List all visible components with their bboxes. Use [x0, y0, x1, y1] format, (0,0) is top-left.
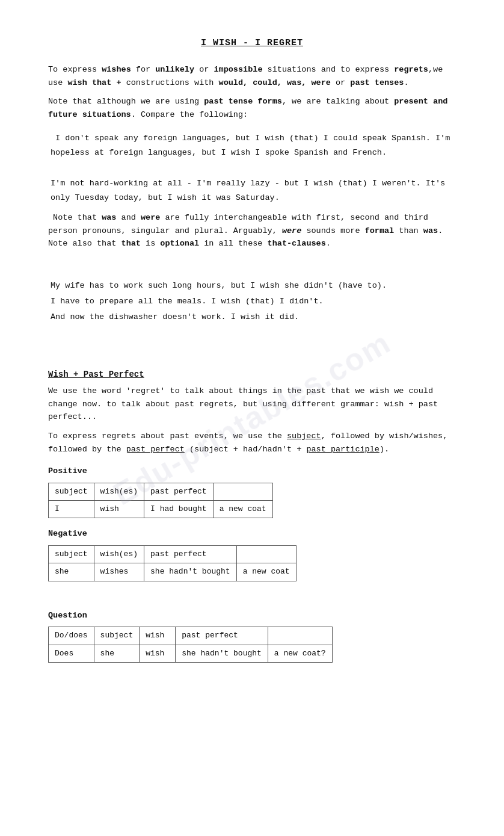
q-h3: wish — [140, 627, 176, 645]
wpp-para1: We use the word 'regret' to talk about t… — [48, 385, 456, 424]
note-section: Note that was and were are fully interch… — [48, 211, 456, 250]
example-2: I'm not hard-working at all - I'm really… — [51, 176, 456, 206]
q-h4: past perfect — [176, 627, 268, 645]
pos-r1-c2: wish — [94, 501, 144, 518]
page-title: I WISH - I REGRET — [48, 36, 456, 50]
wpp-para2: To express regrets about past events, we… — [48, 430, 456, 456]
subsection-title: Wish + Past Perfect — [48, 368, 456, 382]
neg-h4 — [236, 546, 296, 563]
neg-r1-c4: a new coat — [236, 563, 296, 581]
q-h1: Do/does — [49, 627, 94, 645]
positive-header-row: subject wish(es) past perfect — [49, 483, 273, 501]
pos-h2: wish(es) — [94, 483, 144, 501]
question-row-1: Does she wish she hadn't bought a new co… — [49, 645, 333, 662]
pos-r1-c4: a new coat — [213, 501, 272, 518]
negative-table: subject wish(es) past perfect she wishes… — [48, 545, 297, 581]
negative-header-row: subject wish(es) past perfect — [49, 546, 297, 563]
example-5: And now the dishwasher doesn't work. I w… — [51, 310, 456, 324]
wish-past-perfect-section: Wish + Past Perfect We use the word 'reg… — [48, 368, 456, 456]
pos-h4 — [213, 483, 272, 501]
neg-r1-c2: wishes — [94, 563, 144, 581]
q-r1-c2: she — [94, 645, 140, 662]
pos-h1: subject — [49, 483, 94, 501]
neg-r1-c3: she hadn't bought — [144, 563, 237, 581]
q-r1-c1: Does — [49, 645, 94, 662]
neg-h2: wish(es) — [94, 546, 144, 563]
neg-h3: past perfect — [144, 546, 237, 563]
pos-h3: past perfect — [144, 483, 214, 501]
positive-table: subject wish(es) past perfect I wish I h… — [48, 483, 273, 518]
negative-row-1: she wishes she hadn't bought a new coat — [49, 563, 297, 581]
q-r1-c5: a new coat? — [268, 645, 332, 662]
example-3: My wife has to work such long hours, but… — [51, 279, 456, 293]
positive-table-section: Positive subject wish(es) past perfect I… — [48, 465, 456, 518]
negative-table-section: Negative subject wish(es) past perfect s… — [48, 528, 456, 581]
q-r1-c3: wish — [140, 645, 176, 662]
q-h5 — [268, 627, 332, 645]
intro-para1: To express wishes for unlikely or imposs… — [48, 63, 456, 89]
neg-r1-c1: she — [49, 563, 94, 581]
negative-label: Negative — [48, 528, 456, 540]
question-table: Do/does subject wish past perfect Does s… — [48, 627, 333, 662]
q-h2: subject — [94, 627, 140, 645]
question-table-section: Question Do/does subject wish past perfe… — [48, 610, 456, 663]
q-r1-c4: she hadn't bought — [176, 645, 268, 662]
question-label: Question — [48, 610, 456, 622]
positive-label: Positive — [48, 465, 456, 478]
pos-r1-c3: I had bought — [144, 501, 214, 518]
neg-h1: subject — [49, 546, 94, 563]
question-header-row: Do/does subject wish past perfect — [49, 627, 333, 645]
example-1: I don't speak any foreign languages, but… — [51, 131, 456, 161]
pos-r1-c1: I — [49, 501, 94, 518]
examples-section-2: My wife has to work such long hours, but… — [51, 279, 456, 325]
intro-section: To express wishes for unlikely or imposs… — [48, 63, 456, 121]
note-para: Note that was and were are fully interch… — [48, 211, 456, 250]
examples-section-1: I don't speak any foreign languages, but… — [51, 131, 456, 205]
example-4: I have to prepare all the meals. I wish … — [51, 294, 456, 309]
positive-row-1: I wish I had bought a new coat — [49, 501, 273, 518]
intro-para2: Note that although we are using past ten… — [48, 95, 456, 121]
